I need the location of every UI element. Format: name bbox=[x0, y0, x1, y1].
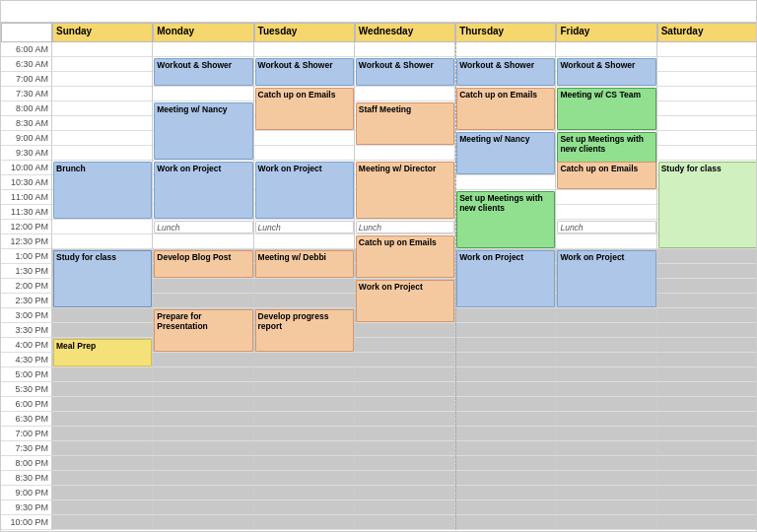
grid-cell bbox=[455, 323, 556, 338]
grid-cell bbox=[254, 279, 355, 294]
grid-cell bbox=[556, 412, 656, 427]
grid-cell bbox=[556, 471, 656, 486]
calendar-wrapper: SundayMondayTuesdayWednesdayThursdayFrid… bbox=[0, 0, 757, 532]
grid-cell bbox=[657, 146, 756, 161]
header-row: SundayMondayTuesdayWednesdayThursdayFrid… bbox=[1, 23, 756, 42]
event-block[interactable]: Study for class bbox=[658, 162, 756, 248]
grid-cell bbox=[52, 72, 153, 87]
grid-cell bbox=[355, 87, 455, 101]
event-block[interactable]: Lunch bbox=[255, 221, 354, 233]
grid-cell bbox=[657, 486, 756, 500]
time-label: 9:30 PM bbox=[1, 500, 52, 515]
event-block[interactable]: Prepare for Presentation bbox=[154, 309, 252, 352]
event-block[interactable]: Catch up on Emails bbox=[356, 235, 454, 278]
grid-cell bbox=[52, 412, 153, 427]
grid-cell bbox=[52, 323, 153, 338]
grid-cell bbox=[657, 412, 756, 427]
grid-cell bbox=[355, 397, 455, 412]
grid-cell bbox=[254, 515, 355, 530]
event-block[interactable]: Work on Project bbox=[255, 162, 354, 219]
event-block[interactable]: Develop Blog Post bbox=[154, 250, 252, 278]
grid-cell bbox=[355, 441, 455, 456]
grid-cell bbox=[455, 456, 556, 471]
grid-cell bbox=[52, 101, 153, 116]
grid-cell bbox=[153, 427, 253, 441]
event-block[interactable]: Catch up on Emails bbox=[456, 88, 555, 130]
time-label: 3:30 PM bbox=[1, 323, 52, 338]
event-block[interactable]: Study for class bbox=[53, 250, 152, 307]
grid-cell bbox=[355, 353, 455, 367]
event-block[interactable]: Workout & Shower bbox=[154, 58, 252, 86]
grid-cell bbox=[153, 279, 253, 294]
grid-cell bbox=[556, 397, 656, 412]
event-block[interactable]: Meeting w/ Director bbox=[356, 162, 454, 219]
grid-cell bbox=[455, 500, 556, 515]
event-block[interactable]: Lunch bbox=[154, 221, 252, 233]
grid-cell bbox=[455, 338, 556, 353]
grid-cell bbox=[254, 471, 355, 486]
event-block[interactable]: Meeting w/ Debbi bbox=[255, 250, 354, 278]
time-label: 8:00 AM bbox=[1, 101, 52, 116]
grid-cell bbox=[153, 412, 253, 427]
event-block[interactable]: Catch up on Emails bbox=[557, 162, 655, 189]
event-block[interactable]: Lunch bbox=[356, 221, 454, 233]
time-label: 1:30 PM bbox=[1, 264, 52, 279]
grid-cell bbox=[52, 456, 153, 471]
event-block[interactable]: Brunch bbox=[53, 162, 152, 219]
grid-cell bbox=[657, 57, 756, 72]
time-label: 6:30 PM bbox=[1, 412, 52, 427]
grid-cell bbox=[556, 353, 656, 367]
grid-cell bbox=[455, 441, 556, 456]
grid-cell bbox=[657, 116, 756, 131]
grid-cell bbox=[254, 500, 355, 515]
grid-cell bbox=[657, 42, 756, 57]
grid-cell bbox=[455, 515, 556, 530]
grid-cell bbox=[657, 441, 756, 456]
grid-cell bbox=[254, 456, 355, 471]
grid-cell bbox=[153, 486, 253, 500]
event-block[interactable]: Staff Meeting bbox=[356, 102, 454, 145]
grid-cell bbox=[556, 456, 656, 471]
event-block[interactable]: Workout & Shower bbox=[456, 58, 555, 86]
grid-cell bbox=[52, 441, 153, 456]
event-block[interactable]: Set up Meetings with new clients bbox=[456, 191, 555, 248]
event-block[interactable]: Meal Prep bbox=[53, 339, 152, 366]
grid-cell bbox=[455, 353, 556, 367]
grid-cell bbox=[556, 441, 656, 456]
event-block[interactable]: Catch up on Emails bbox=[255, 88, 354, 130]
grid-cell bbox=[153, 87, 253, 101]
event-block[interactable]: Workout & Shower bbox=[356, 58, 454, 86]
grid-cell bbox=[153, 456, 253, 471]
event-block[interactable]: Work on Project bbox=[456, 250, 555, 307]
grid-cell bbox=[254, 131, 355, 146]
grid-cell bbox=[153, 441, 253, 456]
grid-cell bbox=[556, 382, 656, 397]
event-block[interactable]: Workout & Shower bbox=[557, 58, 655, 86]
event-block[interactable]: Work on Project bbox=[557, 250, 655, 307]
event-block[interactable]: Work on Project bbox=[356, 280, 454, 322]
grid-cell bbox=[455, 308, 556, 323]
event-block[interactable]: Meeting w/ Nancy bbox=[456, 132, 555, 174]
event-block[interactable]: Lunch bbox=[557, 221, 655, 233]
grid-cell bbox=[52, 116, 153, 131]
grid-cell bbox=[657, 72, 756, 87]
grid-cell bbox=[355, 471, 455, 486]
event-block[interactable]: Develop progress report bbox=[255, 309, 354, 352]
grid-cell bbox=[52, 515, 153, 530]
event-block[interactable]: Workout & Shower bbox=[255, 58, 354, 86]
event-block[interactable]: Meeting w/ CS Team bbox=[557, 88, 655, 130]
grid-cell bbox=[254, 486, 355, 500]
time-label: 7:00 AM bbox=[1, 72, 52, 87]
grid-cell bbox=[355, 412, 455, 427]
grid-cell bbox=[657, 515, 756, 530]
time-label: 5:00 PM bbox=[1, 367, 52, 382]
event-block[interactable]: Meeting w/ Nancy bbox=[154, 102, 252, 160]
day-header-wednesday: Wednesday bbox=[355, 23, 455, 42]
grid-cell bbox=[657, 367, 756, 382]
grid-cell bbox=[153, 294, 253, 308]
grid-cell bbox=[657, 382, 756, 397]
grid-cell bbox=[355, 338, 455, 353]
grid-cell bbox=[153, 500, 253, 515]
grid-cell bbox=[52, 42, 153, 57]
event-block[interactable]: Work on Project bbox=[154, 162, 252, 219]
